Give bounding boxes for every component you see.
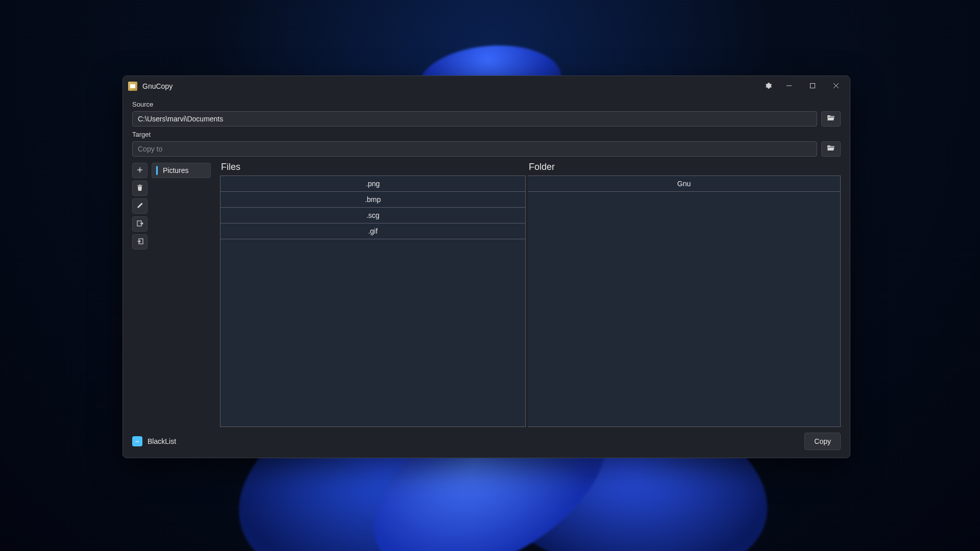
category-label: Pictures bbox=[163, 166, 189, 174]
app-window: GnuCopy Source bbox=[122, 76, 850, 458]
minus-icon: – bbox=[135, 438, 139, 445]
file-row[interactable]: .png bbox=[220, 176, 525, 192]
window-body: Source Target bbox=[123, 96, 850, 458]
files-column: Files .png .bmp .scg .gif bbox=[211, 162, 526, 427]
app-icon bbox=[128, 82, 137, 91]
checkbox-box: – bbox=[132, 436, 142, 446]
browse-target-button[interactable] bbox=[821, 141, 841, 157]
titlebar[interactable]: GnuCopy bbox=[123, 76, 850, 96]
svg-rect-1 bbox=[811, 84, 815, 88]
close-button[interactable] bbox=[824, 77, 848, 95]
blacklist-label: BlackList bbox=[148, 437, 176, 445]
export-icon bbox=[137, 219, 143, 229]
file-row[interactable]: .scg bbox=[220, 208, 525, 223]
folder-header: Folder bbox=[528, 162, 841, 172]
side-toolbar bbox=[132, 162, 149, 427]
folder-open-icon bbox=[827, 144, 835, 154]
browse-source-button[interactable] bbox=[821, 111, 841, 127]
pencil-icon bbox=[137, 202, 143, 211]
folder-row[interactable]: Gnu bbox=[528, 176, 840, 192]
plus-icon bbox=[137, 166, 143, 175]
files-list[interactable]: .png .bmp .scg .gif bbox=[220, 176, 526, 427]
trash-icon bbox=[137, 184, 143, 193]
file-row[interactable]: .bmp bbox=[220, 192, 525, 208]
minimize-icon bbox=[786, 82, 792, 91]
settings-button[interactable] bbox=[760, 77, 777, 95]
folder-list[interactable]: Gnu bbox=[528, 176, 841, 427]
category-list: Pictures bbox=[149, 162, 211, 427]
minimize-button[interactable] bbox=[777, 77, 801, 95]
import-button[interactable] bbox=[132, 234, 148, 249]
window-title: GnuCopy bbox=[142, 82, 173, 90]
export-button[interactable] bbox=[132, 216, 148, 232]
maximize-icon bbox=[810, 82, 816, 91]
close-icon bbox=[833, 82, 839, 91]
delete-button[interactable] bbox=[132, 181, 148, 196]
target-input[interactable] bbox=[132, 141, 817, 157]
add-button[interactable] bbox=[132, 163, 148, 178]
source-label: Source bbox=[132, 101, 841, 108]
source-input[interactable] bbox=[132, 111, 817, 127]
target-label: Target bbox=[132, 131, 841, 138]
maximize-button[interactable] bbox=[801, 77, 824, 95]
category-item-pictures[interactable]: Pictures bbox=[152, 163, 211, 178]
import-icon bbox=[137, 237, 143, 246]
blacklist-checkbox[interactable]: – BlackList bbox=[132, 436, 176, 446]
folder-column: Folder Gnu bbox=[526, 162, 841, 427]
gear-icon bbox=[766, 82, 772, 91]
folder-open-icon bbox=[827, 114, 835, 123]
files-header: Files bbox=[220, 162, 526, 172]
copy-button[interactable]: Copy bbox=[804, 433, 841, 450]
file-row[interactable]: .gif bbox=[220, 223, 525, 239]
edit-button[interactable] bbox=[132, 198, 148, 214]
selection-marker bbox=[156, 166, 158, 175]
